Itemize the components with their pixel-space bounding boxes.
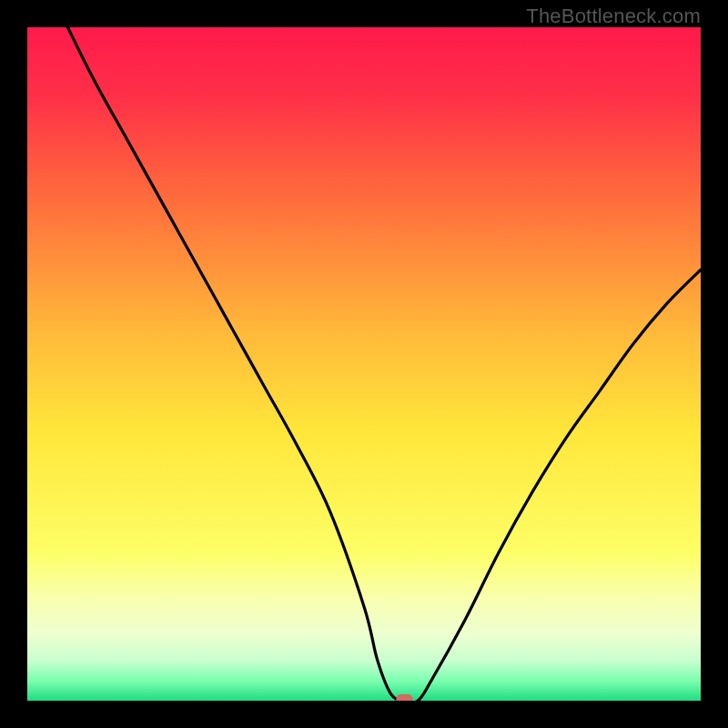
chart-frame: TheBottleneck.com [0,0,728,728]
plot-area [27,27,701,701]
optimum-marker [396,694,412,701]
bottleneck-chart [27,27,701,701]
watermark-text: TheBottleneck.com [526,5,701,28]
gradient-background [27,27,701,701]
